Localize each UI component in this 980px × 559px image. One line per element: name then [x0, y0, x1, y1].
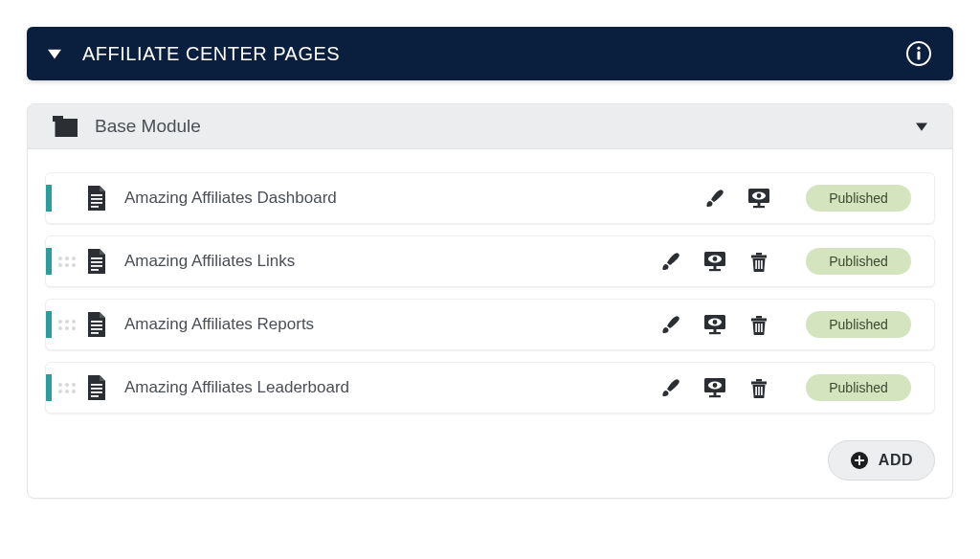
- document-icon: [86, 186, 107, 211]
- svg-point-20: [713, 257, 718, 261]
- svg-rect-14: [91, 257, 102, 259]
- svg-rect-40: [758, 324, 760, 332]
- page-row: Amazing Affiliates Dashboard Published: [45, 172, 935, 224]
- svg-rect-4: [56, 119, 78, 137]
- drag-handle-icon[interactable]: [57, 383, 77, 393]
- row-accent: [46, 248, 52, 275]
- svg-rect-23: [751, 256, 767, 258]
- page-title: Amazing Affiliates Links: [124, 252, 658, 271]
- page-row: Amazing Affiliates Leaderboard Published: [45, 362, 935, 414]
- edit-button[interactable]: [658, 249, 683, 274]
- chevron-down-icon: [48, 47, 61, 60]
- svg-rect-29: [91, 324, 102, 326]
- section-title: AFFILIATE CENTER PAGES: [82, 43, 340, 65]
- page-title: Amazing Affiliates Dashboard: [124, 189, 702, 208]
- svg-rect-54: [758, 387, 760, 395]
- svg-rect-6: [91, 198, 102, 200]
- svg-rect-36: [709, 332, 721, 334]
- preview-button[interactable]: [746, 186, 771, 211]
- svg-rect-43: [91, 388, 102, 390]
- svg-rect-15: [91, 261, 102, 263]
- svg-rect-41: [761, 324, 763, 332]
- folder-icon: [53, 116, 78, 137]
- svg-rect-31: [91, 332, 99, 334]
- status-badge: Published: [806, 248, 911, 275]
- svg-rect-53: [755, 387, 757, 395]
- svg-point-11: [757, 193, 762, 198]
- svg-rect-45: [91, 395, 99, 397]
- module-header[interactable]: Base Module: [28, 104, 952, 149]
- page-row: Amazing Affiliates Links Published: [45, 235, 935, 287]
- preview-button[interactable]: [702, 312, 727, 337]
- drag-handle-icon[interactable]: [57, 320, 77, 330]
- preview-button[interactable]: [702, 375, 727, 400]
- edit-button[interactable]: [658, 312, 683, 337]
- svg-rect-44: [91, 391, 102, 393]
- svg-rect-12: [758, 203, 761, 206]
- svg-rect-30: [91, 328, 102, 330]
- row-actions: [658, 249, 771, 274]
- svg-rect-55: [761, 387, 763, 395]
- status-badge: Published: [806, 374, 911, 401]
- document-icon: [86, 312, 107, 337]
- document-icon: [86, 375, 107, 400]
- module-body: Amazing Affiliates Dashboard Published A…: [28, 149, 952, 498]
- delete-button[interactable]: [746, 375, 771, 400]
- svg-rect-26: [758, 260, 760, 269]
- add-button-label: ADD: [879, 452, 913, 469]
- preview-button[interactable]: [702, 249, 727, 274]
- svg-rect-8: [91, 206, 99, 208]
- svg-rect-28: [91, 321, 102, 323]
- svg-rect-39: [755, 324, 757, 332]
- edit-button[interactable]: [702, 186, 727, 211]
- svg-rect-37: [751, 319, 767, 322]
- svg-rect-21: [714, 266, 717, 269]
- svg-rect-5: [91, 194, 102, 196]
- svg-point-48: [713, 383, 718, 388]
- drag-handle-icon[interactable]: [57, 257, 77, 267]
- edit-button[interactable]: [658, 375, 683, 400]
- svg-point-34: [713, 320, 718, 324]
- delete-button[interactable]: [746, 249, 771, 274]
- row-actions: [658, 312, 771, 337]
- row-accent: [46, 185, 52, 212]
- info-icon[interactable]: [905, 40, 932, 67]
- plus-icon: [850, 451, 869, 470]
- svg-rect-38: [756, 316, 762, 319]
- status-badge: Published: [806, 185, 911, 212]
- svg-rect-51: [751, 382, 767, 385]
- svg-rect-2: [918, 52, 921, 60]
- svg-rect-17: [91, 269, 99, 271]
- page-row: Amazing Affiliates Reports Published: [45, 299, 935, 350]
- row-actions: [658, 375, 771, 400]
- svg-rect-52: [756, 379, 762, 382]
- delete-button[interactable]: [746, 312, 771, 337]
- page-title: Amazing Affiliates Leaderboard: [124, 378, 658, 397]
- page-title: Amazing Affiliates Reports: [124, 315, 658, 334]
- svg-rect-35: [714, 329, 717, 332]
- page-list: Amazing Affiliates Dashboard Published A…: [45, 172, 935, 414]
- row-actions: [702, 186, 771, 211]
- status-badge: Published: [806, 311, 911, 338]
- svg-rect-24: [756, 253, 762, 256]
- row-accent: [46, 311, 52, 338]
- svg-rect-49: [714, 392, 717, 395]
- add-row: ADD: [45, 440, 935, 481]
- svg-rect-27: [761, 260, 763, 269]
- svg-point-1: [917, 47, 920, 50]
- svg-rect-13: [753, 206, 765, 208]
- svg-rect-58: [855, 459, 864, 461]
- module-title: Base Module: [95, 116, 916, 137]
- svg-rect-42: [91, 384, 102, 386]
- svg-rect-7: [91, 202, 102, 204]
- add-button[interactable]: ADD: [828, 440, 935, 481]
- svg-rect-50: [709, 395, 721, 397]
- svg-rect-16: [91, 265, 102, 267]
- document-icon: [86, 249, 107, 274]
- svg-rect-22: [709, 269, 721, 271]
- svg-rect-25: [755, 260, 757, 269]
- chevron-down-icon: [916, 121, 927, 132]
- section-header[interactable]: AFFILIATE CENTER PAGES: [27, 27, 953, 80]
- row-accent: [46, 374, 52, 401]
- module-panel: Base Module Amazing Affiliates Dashboard…: [27, 103, 953, 499]
